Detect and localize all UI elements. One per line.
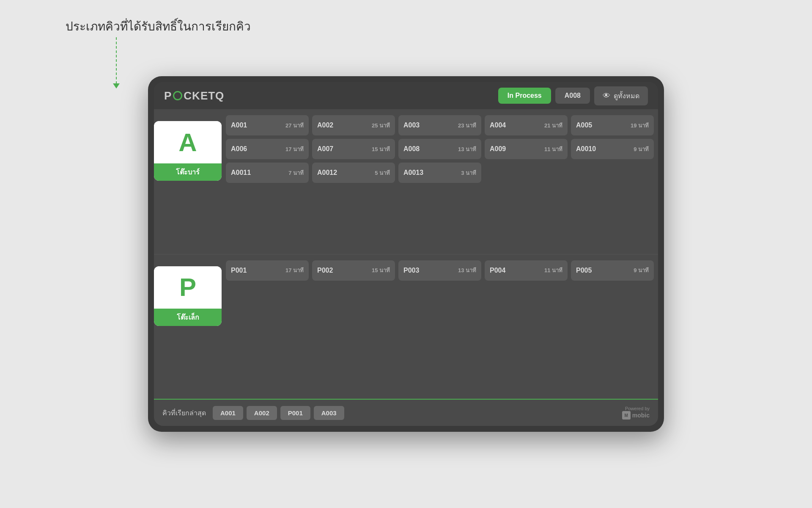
recent-ticket-button[interactable]: A001 xyxy=(213,406,243,420)
queue-button[interactable]: A00127 นาที xyxy=(226,115,309,135)
dashed-line xyxy=(116,37,117,84)
queue-id: A0010 xyxy=(576,145,596,153)
queue-button[interactable]: A00225 นาที xyxy=(312,115,395,135)
tablet-screen: P CKETQ In Process A008 👁 ดูทั้งหมด xyxy=(154,82,658,426)
mobic-icon: M xyxy=(622,411,631,420)
queue-id: A007 xyxy=(317,145,333,153)
queue-count: 5 นาที xyxy=(375,168,390,177)
queue-id: A008 xyxy=(403,145,420,153)
queue-count: 13 นาที xyxy=(458,266,476,275)
queue-id: A005 xyxy=(576,121,592,129)
queue-id: P003 xyxy=(403,267,419,274)
section-p-left-panel: P โต๊ะเล็ก xyxy=(154,254,222,399)
queue-button[interactable]: P00215 นาที xyxy=(312,260,395,281)
queue-count: 15 นาที xyxy=(372,145,390,154)
queue-button[interactable]: A00813 นาที xyxy=(398,139,481,159)
queue-count: 11 นาที xyxy=(544,266,562,275)
footer-recent-tickets: A001A002P001A003 xyxy=(213,406,344,420)
mobic-logo: M mobic xyxy=(622,411,650,420)
queue-grid-a: A00127 นาทีA00225 นาทีA00323 นาทีA00421 … xyxy=(222,109,658,254)
eye-icon: 👁 xyxy=(603,91,610,100)
category-label-p: โต๊ะเล็ก xyxy=(154,309,222,326)
queue-button[interactable]: A00911 นาที xyxy=(485,139,568,159)
queue-count: 13 นาที xyxy=(458,145,476,154)
section-p: P โต๊ะเล็ก P00117 นาทีP00215 นาทีP00313 … xyxy=(154,254,658,399)
section-a-left-panel: A โต๊ะบาร์ xyxy=(154,109,222,254)
queue-id: A001 xyxy=(231,121,247,129)
annotation-text: ประเภทคิวที่ได้รับสิทธิ์ในการเรียกคิว xyxy=(66,17,251,36)
logo-text-2: CKETQ xyxy=(184,89,224,102)
queue-button[interactable]: A00109 นาที xyxy=(571,139,654,159)
queue-id: P002 xyxy=(317,267,333,274)
page-wrapper: ประเภทคิวที่ได้รับสิทธิ์ในการเรียกคิว P … xyxy=(0,0,812,508)
queue-id: A0012 xyxy=(317,169,337,177)
queue-count: 27 นาที xyxy=(285,121,304,130)
powered-by-text: Powered by xyxy=(625,406,650,411)
logo: P CKETQ xyxy=(164,89,224,102)
queue-count: 9 นาที xyxy=(634,266,649,275)
queue-button[interactable]: A00617 นาที xyxy=(226,139,309,159)
queue-count: 9 นาที xyxy=(634,145,649,154)
queue-id: A0011 xyxy=(231,169,251,177)
logo-circle-icon xyxy=(173,91,182,100)
footer-label: คิวที่เรียกล่าสุด xyxy=(162,408,206,418)
current-ticket-button[interactable]: A008 xyxy=(555,88,590,104)
queue-count: 17 นาที xyxy=(285,145,304,154)
queue-button[interactable]: A00519 นาที xyxy=(571,115,654,135)
main-sections: A โต๊ะบาร์ A00127 นาทีA00225 นาทีA00323 … xyxy=(154,109,658,399)
queue-button[interactable]: A00421 นาที xyxy=(485,115,568,135)
queue-id: A0013 xyxy=(403,169,423,177)
queue-count: 19 นาที xyxy=(631,121,649,130)
category-letter-p: P xyxy=(154,266,222,309)
queue-id: P005 xyxy=(576,267,592,274)
queue-id: A003 xyxy=(403,121,420,129)
queue-button[interactable]: P00117 นาที xyxy=(226,260,309,281)
queue-count: 17 นาที xyxy=(285,266,304,275)
queue-button[interactable]: P00313 นาที xyxy=(398,260,481,281)
category-card-a: A โต๊ะบาร์ xyxy=(154,121,222,181)
queue-button[interactable]: P00411 นาที xyxy=(485,260,568,281)
powered-by: Powered by M mobic xyxy=(622,406,650,420)
queue-button[interactable]: A00715 นาที xyxy=(312,139,395,159)
logo-text: P xyxy=(164,89,172,102)
queue-id: A004 xyxy=(490,121,506,129)
queue-id: A009 xyxy=(490,145,506,153)
header: P CKETQ In Process A008 👁 ดูทั้งหมด xyxy=(154,82,658,109)
queue-count: 23 นาที xyxy=(458,121,476,130)
category-letter-a: A xyxy=(154,121,222,163)
mobic-brand: mobic xyxy=(632,412,650,419)
recent-ticket-button[interactable]: P001 xyxy=(280,406,310,420)
queue-grid-p: P00117 นาทีP00215 นาทีP00313 นาทีP00411 … xyxy=(222,254,658,399)
view-all-button[interactable]: 👁 ดูทั้งหมด xyxy=(594,86,648,105)
view-all-label: ดูทั้งหมด xyxy=(614,91,639,101)
category-card-p: P โต๊ะเล็ก xyxy=(154,266,222,326)
recent-ticket-button[interactable]: A003 xyxy=(314,406,344,420)
section-a: A โต๊ะบาร์ A00127 นาทีA00225 นาทีA00323 … xyxy=(154,109,658,254)
queue-button[interactable]: A00133 นาที xyxy=(398,163,481,183)
queue-id: A002 xyxy=(317,121,333,129)
queue-button[interactable]: P0059 นาที xyxy=(571,260,654,281)
tablet-device: P CKETQ In Process A008 👁 ดูทั้งหมด xyxy=(148,76,664,432)
queue-button[interactable]: A00117 นาที xyxy=(226,163,309,183)
queue-count: 11 นาที xyxy=(544,145,562,154)
queue-button[interactable]: A00125 นาที xyxy=(312,163,395,183)
queue-count: 3 นาที xyxy=(461,168,476,177)
in-process-button[interactable]: In Process xyxy=(498,88,551,104)
annotation-arrow xyxy=(113,37,120,88)
queue-count: 25 นาที xyxy=(372,121,390,130)
footer: คิวที่เรียกล่าสุด A001A002P001A003 Power… xyxy=(154,399,658,426)
recent-ticket-button[interactable]: A002 xyxy=(247,406,277,420)
header-right: In Process A008 👁 ดูทั้งหมด xyxy=(498,86,648,105)
queue-button[interactable]: A00323 นาที xyxy=(398,115,481,135)
queue-count: 21 นาที xyxy=(544,121,562,130)
queue-count: 7 นาที xyxy=(288,168,304,177)
queue-count: 15 นาที xyxy=(372,266,390,275)
category-label-a: โต๊ะบาร์ xyxy=(154,163,222,181)
queue-id: A006 xyxy=(231,145,247,153)
arrow-down-icon xyxy=(113,83,120,88)
queue-id: P004 xyxy=(490,267,505,274)
queue-id: P001 xyxy=(231,267,247,274)
